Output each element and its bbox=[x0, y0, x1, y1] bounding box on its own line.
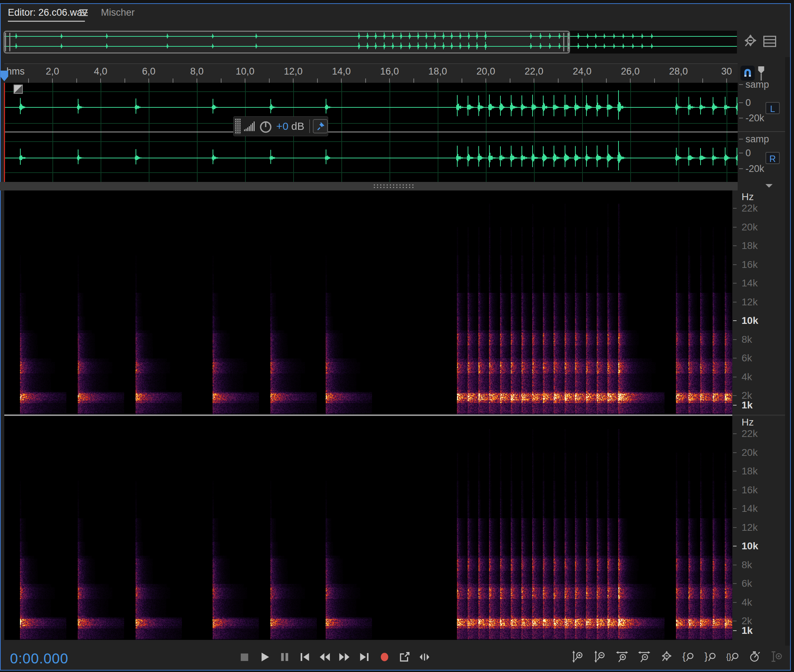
loop-playback-button[interactable] bbox=[399, 651, 410, 663]
ruler-time-label: 24,0 bbox=[566, 66, 598, 77]
ruler-time-label: 2,0 bbox=[36, 66, 69, 77]
skip-to-end-icon bbox=[359, 651, 370, 663]
zoom-to-out-point-icon: } bbox=[704, 650, 717, 664]
ruler-tick bbox=[269, 78, 270, 83]
freq-tick bbox=[733, 405, 736, 406]
hud-pin-button[interactable] bbox=[313, 119, 328, 133]
pause-button[interactable] bbox=[279, 651, 290, 663]
skip-to-start-button[interactable] bbox=[299, 651, 311, 663]
ruler-tick bbox=[678, 78, 679, 83]
zoom-to-out-point-button[interactable]: } bbox=[704, 650, 717, 664]
transport-bar: 0:00.000 bbox=[1, 646, 790, 669]
spectrogram-left-canvas[interactable] bbox=[4, 190, 732, 414]
ruler-time-label: 4,0 bbox=[85, 66, 117, 77]
splitter-grip[interactable] bbox=[373, 184, 416, 188]
zoom-out-horizontal-icon bbox=[638, 650, 651, 664]
ruler-time-label: 30 bbox=[711, 66, 738, 77]
zoom-in-vertical-button[interactable] bbox=[571, 650, 584, 664]
ruler-tick bbox=[125, 78, 125, 83]
ruler-tick bbox=[461, 78, 462, 83]
ruler-tick bbox=[389, 78, 390, 83]
zoom-to-in-point-button[interactable]: { bbox=[682, 650, 695, 664]
tab-editor-label: Editor: 26.c06.wav bbox=[8, 7, 87, 18]
zoom-full-button-disabled bbox=[770, 650, 783, 664]
ruler-tick bbox=[558, 78, 559, 83]
amp-unit-label-left: samp bbox=[746, 79, 769, 90]
zoom-out-vertical-button[interactable] bbox=[594, 650, 607, 664]
ruler-tick bbox=[654, 78, 655, 83]
skip-to-end-button[interactable] bbox=[359, 651, 370, 663]
range-left-handle[interactable] bbox=[5, 33, 10, 51]
zoom-to-selection-button[interactable]: {} bbox=[726, 650, 739, 664]
ruler-time-label: 20,0 bbox=[470, 66, 502, 77]
panel-menu-icon[interactable] bbox=[79, 9, 88, 16]
freq-label: 12k bbox=[741, 522, 758, 533]
freq-tick bbox=[733, 320, 736, 321]
freq-tick bbox=[733, 395, 736, 396]
ruler-tick bbox=[28, 78, 29, 83]
frequency-scale-right: Hz22k20k18k16k14k12k10k8k6k4k2k1k bbox=[732, 416, 790, 640]
gain-hud[interactable]: +0 dB bbox=[233, 116, 328, 136]
snap-toggle-button[interactable] bbox=[741, 66, 755, 81]
fast-forward-icon bbox=[339, 651, 350, 663]
freq-label: 20k bbox=[741, 222, 758, 232]
track-list-icon[interactable] bbox=[763, 35, 777, 49]
zoom-in-horizontal-button[interactable] bbox=[616, 650, 629, 664]
loop-playback-icon bbox=[399, 651, 410, 663]
skip-selection-button[interactable] bbox=[419, 651, 430, 663]
record-icon bbox=[381, 653, 389, 661]
spectrogram-channel-divider[interactable] bbox=[4, 414, 732, 416]
pause-icon bbox=[279, 651, 290, 663]
view-splitter[interactable] bbox=[0, 182, 738, 190]
playhead-time-display[interactable]: 0:00.000 bbox=[10, 651, 69, 667]
record-button[interactable] bbox=[379, 651, 390, 663]
tab-mixer[interactable]: Mischer bbox=[101, 7, 135, 18]
channel-badge-left[interactable]: L bbox=[765, 102, 780, 114]
timeline-ruler[interactable]: hms 2,04,06,08,010,012,014,016,018,020,0… bbox=[4, 64, 738, 83]
stop-icon bbox=[241, 653, 248, 661]
collapse-arrow-icon[interactable] bbox=[765, 184, 773, 187]
freq-tick bbox=[733, 508, 736, 509]
play-button[interactable] bbox=[259, 651, 271, 663]
rewind-button[interactable] bbox=[319, 651, 330, 663]
zoom-reset-button[interactable] bbox=[660, 650, 673, 664]
tab-mixer-label: Mischer bbox=[101, 7, 135, 18]
gain-value[interactable]: +0 bbox=[276, 120, 288, 132]
stop-button[interactable] bbox=[239, 651, 250, 663]
freq-label: 20k bbox=[741, 447, 758, 458]
amp-zero-left: 0 bbox=[746, 98, 751, 108]
freq-label: 4k bbox=[741, 372, 752, 382]
ruler-tick bbox=[702, 78, 703, 83]
ruler-tick bbox=[726, 78, 727, 83]
zoom-in-vertical-icon bbox=[571, 650, 584, 664]
channel-select-corner-icon[interactable] bbox=[14, 85, 23, 94]
ruler-time-label: 16,0 bbox=[373, 66, 405, 77]
freq-tick bbox=[733, 490, 736, 490]
range-right-handle[interactable] bbox=[563, 33, 568, 51]
active-tab-underline bbox=[8, 21, 85, 22]
pan-zoom-icon[interactable] bbox=[743, 34, 758, 51]
freq-tick bbox=[733, 358, 736, 358]
skip-to-start-icon bbox=[299, 651, 311, 663]
freq-tick bbox=[733, 339, 736, 340]
timed-record-button[interactable] bbox=[748, 650, 761, 664]
tab-editor[interactable]: Editor: 26.c06.wav bbox=[8, 7, 87, 18]
ruler-tick bbox=[365, 78, 366, 83]
spectrogram-right-canvas[interactable] bbox=[4, 416, 732, 640]
fast-forward-button[interactable] bbox=[339, 651, 350, 663]
overview-visible-range-selector[interactable] bbox=[3, 31, 570, 53]
waveform-display-canvas[interactable] bbox=[4, 83, 738, 182]
zoom-out-horizontal-button[interactable] bbox=[638, 650, 651, 664]
channel-badge-right[interactable]: R bbox=[765, 152, 780, 164]
ruler-unit-label: hms bbox=[6, 66, 25, 77]
hud-drag-grip[interactable] bbox=[235, 118, 241, 134]
level-bars-icon bbox=[243, 120, 255, 132]
ruler-time-label: 18,0 bbox=[422, 66, 454, 77]
freq-label: 8k bbox=[741, 560, 752, 570]
play-icon bbox=[261, 653, 269, 662]
freq-label: 10k bbox=[741, 315, 758, 326]
freq-label: 1k bbox=[741, 400, 752, 411]
overview-strip[interactable] bbox=[3, 31, 737, 53]
knob-icon[interactable] bbox=[258, 118, 274, 134]
amp-unit-label-right: samp bbox=[746, 134, 769, 144]
